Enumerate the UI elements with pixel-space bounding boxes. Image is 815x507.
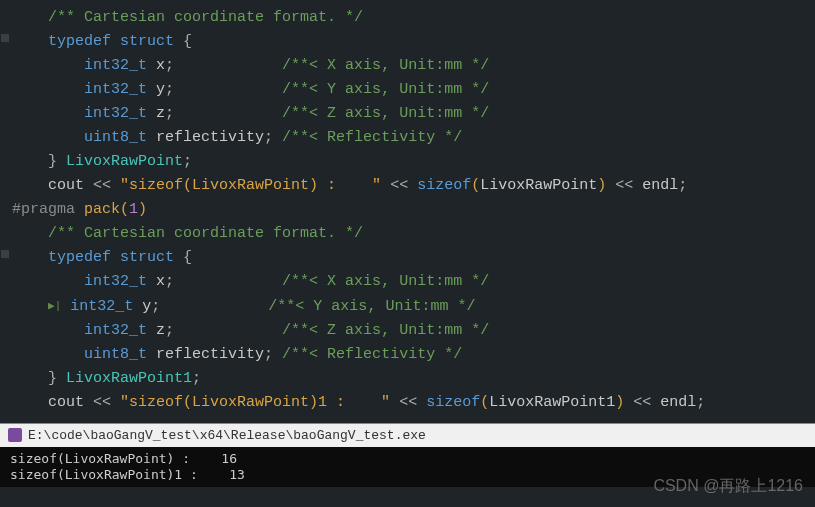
code-line: uint8_t reflectivity; /**< Reflectivity …: [12, 126, 815, 150]
console-titlebar[interactable]: E:\code\baoGangV_test\x64\Release\baoGan…: [0, 423, 815, 447]
code-line: uint8_t reflectivity; /**< Reflectivity …: [12, 343, 815, 367]
code-line: int32_t z; /**< Z axis, Unit:mm */: [12, 102, 815, 126]
console-icon: [8, 428, 22, 442]
code-line: cout << "sizeof(LivoxRawPoint)1 : " << s…: [12, 391, 815, 415]
code-line: cout << "sizeof(LivoxRawPoint) : " << si…: [12, 174, 815, 198]
code-line: int32_t x; /**< X axis, Unit:mm */: [12, 270, 815, 294]
code-line: typedef struct {: [12, 246, 815, 270]
code-line: ▶| int32_t y; /**< Y axis, Unit:mm */: [12, 294, 815, 319]
code-line: int32_t y; /**< Y axis, Unit:mm */: [12, 78, 815, 102]
fold-marker[interactable]: [1, 250, 9, 258]
comment: /** Cartesian coordinate format. */: [48, 9, 363, 26]
fold-gutter: [0, 0, 10, 415]
output-line: sizeof(LivoxRawPoint)1 : 13: [10, 467, 245, 482]
breakpoint-marker[interactable]: ▶|: [48, 294, 61, 318]
code-line: int32_t x; /**< X axis, Unit:mm */: [12, 54, 815, 78]
code-line: #pragma pack(1): [12, 198, 815, 222]
code-line: } LivoxRawPoint;: [12, 150, 815, 174]
console-path: E:\code\baoGangV_test\x64\Release\baoGan…: [28, 428, 426, 443]
code-editor[interactable]: /** Cartesian coordinate format. */ type…: [0, 0, 815, 415]
code-area[interactable]: /** Cartesian coordinate format. */ type…: [0, 0, 815, 415]
output-line: sizeof(LivoxRawPoint) : 16: [10, 451, 237, 466]
code-line: int32_t z; /**< Z axis, Unit:mm */: [12, 319, 815, 343]
fold-marker[interactable]: [1, 34, 9, 42]
code-line: /** Cartesian coordinate format. */: [12, 6, 815, 30]
watermark: CSDN @再路上1216: [653, 476, 803, 497]
code-line: typedef struct {: [12, 30, 815, 54]
code-line: /** Cartesian coordinate format. */: [12, 222, 815, 246]
code-line: } LivoxRawPoint1;: [12, 367, 815, 391]
